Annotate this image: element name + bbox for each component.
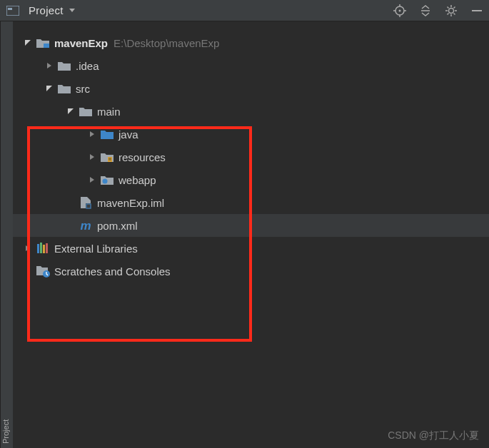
svg-point-9 bbox=[449, 8, 454, 13]
folder-label: resources bbox=[119, 151, 166, 163]
collapse-arrow-icon[interactable] bbox=[87, 129, 97, 139]
scratches-icon bbox=[36, 264, 50, 278]
tree-item-resources[interactable]: resources bbox=[13, 146, 489, 168]
maven-file-icon: m bbox=[79, 218, 93, 233]
source-folder-icon bbox=[100, 127, 114, 141]
svg-line-16 bbox=[448, 13, 449, 14]
svg-rect-18 bbox=[472, 10, 482, 11]
svg-rect-1 bbox=[8, 8, 12, 10]
dropdown-arrow-icon[interactable] bbox=[68, 7, 76, 14]
svg-rect-27 bbox=[40, 243, 42, 253]
folder-label: webapp bbox=[119, 174, 156, 186]
web-folder-icon bbox=[100, 173, 114, 187]
svg-rect-19 bbox=[44, 44, 49, 48]
project-icon bbox=[6, 4, 20, 18]
hide-icon[interactable] bbox=[470, 4, 483, 17]
collapse-arrow-icon[interactable] bbox=[23, 243, 33, 253]
svg-rect-29 bbox=[46, 243, 48, 253]
folder-icon bbox=[79, 104, 93, 118]
tree-item-main[interactable]: main bbox=[13, 100, 489, 123]
tree-item-src[interactable]: src bbox=[13, 77, 489, 100]
iml-file-icon bbox=[79, 195, 93, 210]
gear-icon[interactable] bbox=[445, 4, 458, 17]
collapse-arrow-icon[interactable] bbox=[87, 175, 97, 185]
svg-rect-26 bbox=[37, 244, 39, 253]
file-label: mavenExp.iml bbox=[97, 197, 164, 209]
locate-icon[interactable] bbox=[393, 4, 406, 17]
file-label: pom.xml bbox=[97, 220, 138, 232]
project-tree: mavenExp E:\Desktop\mavenExp .idea src m… bbox=[13, 21, 489, 448]
collapse-arrow-icon[interactable] bbox=[87, 152, 97, 162]
tree-item-webapp[interactable]: webapp bbox=[13, 168, 489, 191]
svg-rect-28 bbox=[43, 245, 45, 253]
collapse-arrow-icon[interactable] bbox=[44, 61, 54, 71]
expand-arrow-icon[interactable] bbox=[44, 83, 54, 93]
svg-line-14 bbox=[448, 6, 449, 8]
resources-folder-icon bbox=[100, 150, 114, 164]
module-folder-icon bbox=[36, 36, 50, 50]
tree-item-scratches[interactable]: Scratches and Consoles bbox=[13, 260, 489, 282]
folder-label: main bbox=[97, 106, 121, 118]
tree-item-external-libraries[interactable]: External Libraries bbox=[13, 237, 489, 260]
folder-label: java bbox=[119, 128, 138, 141]
folder-label: src bbox=[76, 83, 90, 95]
collapse-all-icon[interactable] bbox=[419, 4, 432, 17]
library-icon bbox=[36, 241, 50, 255]
tree-root-mavenExp[interactable]: mavenExp E:\Desktop\mavenExp bbox=[13, 31, 489, 54]
ext-libs-label: External Libraries bbox=[54, 243, 138, 255]
folder-label: .idea bbox=[76, 60, 99, 72]
tree-item-idea[interactable]: .idea bbox=[13, 54, 489, 77]
svg-point-23 bbox=[103, 179, 108, 184]
root-name: mavenExp bbox=[54, 37, 108, 49]
root-path: E:\Desktop\mavenExp bbox=[114, 37, 219, 49]
tree-item-java[interactable]: java bbox=[13, 123, 489, 146]
toolbar-title[interactable]: Project bbox=[29, 4, 64, 16]
tree-item-pom[interactable]: m pom.xml bbox=[13, 214, 489, 237]
svg-line-15 bbox=[454, 13, 455, 14]
side-rail-project-label[interactable]: Project bbox=[1, 419, 10, 444]
project-toolbar: Project bbox=[0, 0, 489, 21]
svg-rect-0 bbox=[6, 6, 19, 16]
side-tool-rail[interactable]: Project bbox=[0, 21, 13, 448]
folder-icon bbox=[57, 58, 71, 73]
expand-arrow-icon[interactable] bbox=[23, 38, 33, 48]
svg-line-17 bbox=[454, 6, 455, 8]
svg-point-3 bbox=[399, 9, 401, 11]
expand-arrow-icon[interactable] bbox=[66, 106, 76, 116]
scratches-label: Scratches and Consoles bbox=[54, 265, 171, 278]
tree-item-iml[interactable]: mavenExp.iml bbox=[13, 191, 489, 214]
folder-icon bbox=[57, 81, 71, 96]
watermark: CSDN @打工人小夏 bbox=[388, 429, 479, 442]
